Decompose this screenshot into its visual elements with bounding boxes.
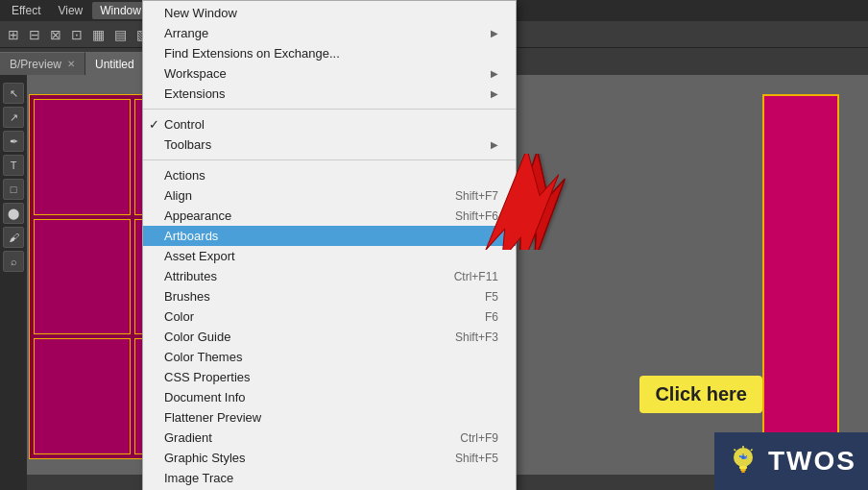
tool-zoom[interactable]: ⌕ [3, 251, 24, 272]
menu-new-window[interactable]: New Window [143, 3, 516, 23]
twos-bulb-icon [726, 444, 760, 478]
toolbar-icon-3[interactable]: ⊠ [46, 25, 65, 44]
menu-section-2: ✓ Control Toolbars ▶ [143, 112, 516, 157]
menu-flattener-preview[interactable]: Flattener Preview [143, 407, 516, 428]
color-guide-shortcut: Shift+F3 [426, 331, 498, 344]
tab-preview[interactable]: B/Preview ✕ [0, 52, 85, 75]
brushes-shortcut: F5 [456, 290, 498, 304]
gradient-shortcut: Ctrl+F9 [431, 431, 498, 445]
menu-window[interactable]: Window [92, 2, 149, 19]
toolbar-icon-6[interactable]: ▤ [110, 25, 131, 44]
menu-asset-export[interactable]: Asset Export [143, 246, 516, 266]
menu-workspace[interactable]: Workspace ▶ [143, 63, 516, 84]
extensions-arrow-icon: ▶ [491, 88, 498, 99]
menu-actions[interactable]: Actions [143, 165, 516, 185]
toolbar-icon-4[interactable]: ⊡ [67, 25, 86, 44]
menu-graphic-styles[interactable]: Graphic Styles Shift+F5 [143, 448, 516, 468]
svg-line-8 [735, 450, 736, 452]
menu-css-properties[interactable]: CSS Properties [143, 367, 516, 387]
menu-align[interactable]: Align Shift+F7 [143, 185, 516, 206]
menu-control-label: Control [164, 117, 205, 132]
menu-arrange-label: Arrange [164, 26, 208, 40]
menu-extensions[interactable]: Extensions ▶ [143, 84, 516, 104]
tool-shape[interactable]: □ [3, 179, 24, 200]
svg-point-9 [741, 455, 745, 459]
menu-asset-export-label: Asset Export [164, 249, 235, 263]
menu-color[interactable]: Color F6 [143, 306, 516, 327]
menu-control[interactable]: ✓ Control [143, 114, 516, 135]
control-checkmark-icon: ✓ [149, 117, 159, 132]
menu-appearance[interactable]: Appearance Shift+F6 [143, 206, 516, 226]
tool-brush[interactable]: 🖌 [3, 227, 24, 248]
menu-attributes[interactable]: Attributes Ctrl+F11 [143, 266, 516, 286]
menu-align-label: Align [164, 188, 192, 203]
menu-view[interactable]: View [50, 2, 90, 19]
tool-text[interactable]: T [3, 155, 24, 176]
artboard-cell-7 [34, 338, 131, 454]
toolbar-icon-5[interactable]: ▦ [88, 25, 108, 44]
menu-find-extensions[interactable]: Find Extensions on Exchange... [143, 43, 516, 63]
tool-select[interactable]: ↖ [3, 83, 24, 104]
menu-arrange[interactable]: Arrange ▶ [143, 23, 516, 43]
menu-brushes-label: Brushes [164, 289, 210, 304]
toolbar-icon-2[interactable]: ⊟ [25, 25, 44, 44]
attributes-shortcut: Ctrl+F11 [425, 270, 498, 283]
align-shortcut: Shift+F7 [426, 189, 498, 203]
menu-gradient-label: Gradient [164, 430, 212, 445]
menu-attributes-label: Attributes [164, 269, 217, 283]
menu-document-info-label: Document Info [164, 390, 246, 404]
menu-graphic-styles-label: Graphic Styles [164, 451, 246, 465]
tool-paint[interactable]: ⬤ [3, 203, 24, 224]
menu-appearance-label: Appearance [164, 208, 231, 223]
menu-effect[interactable]: Effect [4, 2, 48, 19]
menu-gradient[interactable]: Gradient Ctrl+F9 [143, 428, 516, 448]
tool-direct[interactable]: ↗ [3, 107, 24, 128]
artboard-cell-1 [34, 99, 131, 215]
twos-branding: TWOS [714, 432, 868, 490]
color-shortcut: F6 [456, 310, 498, 324]
menu-extensions-label: Extensions [164, 86, 226, 101]
menu-document-info[interactable]: Document Info [143, 387, 516, 407]
menu-css-properties-label: CSS Properties [164, 370, 251, 384]
arrange-arrow-icon: ▶ [491, 28, 498, 38]
menu-image-trace[interactable]: Image Trace [143, 468, 516, 488]
click-here-tooltip: Click here [639, 376, 762, 413]
menu-color-guide[interactable]: Color Guide Shift+F3 [143, 327, 516, 347]
menu-toolbars[interactable]: Toolbars ▶ [143, 135, 516, 155]
divider-2 [143, 159, 516, 160]
tool-pen[interactable]: ✒ [3, 131, 24, 152]
tab-untitled[interactable]: Untitled [85, 52, 145, 75]
menu-find-extensions-label: Find Extensions on Exchange... [164, 46, 340, 61]
tab-close-preview[interactable]: ✕ [67, 59, 75, 69]
menu-flattener-preview-label: Flattener Preview [164, 410, 261, 425]
menu-color-themes[interactable]: Color Themes [143, 347, 516, 367]
menu-artboards-label: Artboards [164, 229, 218, 243]
left-toolbar: ↖ ↗ ✒ T □ ⬤ 🖌 ⌕ [0, 75, 27, 490]
click-here-text: Click here [655, 383, 747, 404]
menu-image-trace-label: Image Trace [164, 471, 233, 485]
menu-new-window-label: New Window [164, 6, 237, 20]
svg-line-7 [751, 450, 753, 452]
twos-brand-name: TWOS [768, 446, 856, 477]
menu-artboards[interactable]: Artboards [143, 226, 516, 246]
menu-color-themes-label: Color Themes [164, 350, 242, 364]
menu-section-top: New Window Arrange ▶ Find Extensions on … [143, 1, 516, 106]
svg-rect-3 [739, 466, 747, 469]
tab-preview-label: B/Preview [10, 58, 61, 71]
menu-section-3: Actions Align Shift+F7 Appearance Shift+… [143, 163, 516, 490]
menu-toolbars-label: Toolbars [164, 137, 211, 152]
workspace-arrow-icon: ▶ [491, 68, 498, 79]
appearance-shortcut: Shift+F6 [426, 209, 498, 223]
window-dropdown-menu: New Window Arrange ▶ Find Extensions on … [142, 0, 517, 490]
tab-untitled-label: Untitled [95, 58, 134, 71]
menu-color-guide-label: Color Guide [164, 330, 230, 344]
menu-brushes[interactable]: Brushes F5 [143, 286, 516, 306]
artboard-cell-4 [34, 219, 131, 335]
svg-rect-5 [741, 471, 745, 473]
menu-workspace-label: Workspace [164, 66, 227, 81]
toolbar-icon-1[interactable]: ⊞ [4, 25, 23, 44]
menu-color-label: Color [164, 309, 194, 324]
toolbars-arrow-icon: ▶ [491, 139, 498, 150]
menu-actions-label: Actions [164, 168, 205, 183]
graphic-styles-shortcut: Shift+F5 [426, 452, 498, 465]
